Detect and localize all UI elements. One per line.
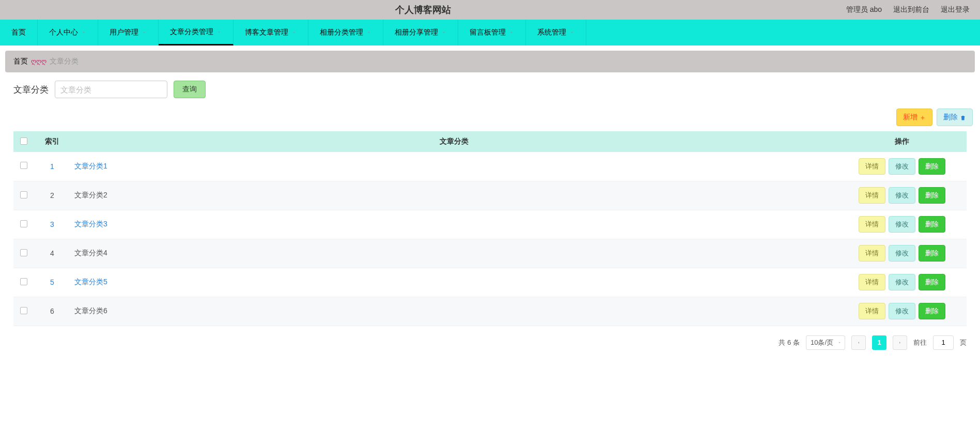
nav-item-label: 留言板管理 [470,28,506,37]
table-header-row: 索引 文章分类 操作 [13,131,967,152]
row-index[interactable]: 3 [34,210,70,239]
bulk-delete-label: 删除 [943,113,958,122]
row-index[interactable]: 5 [34,268,70,297]
logout-button[interactable]: 退出登录 [941,5,970,14]
row-checkbox-cell [13,268,34,297]
detail-button[interactable]: 详情 [859,303,885,319]
edit-button[interactable]: 修改 [889,216,915,233]
nav-item-8[interactable]: 系统管理 [526,20,586,45]
detail-button[interactable]: 详情 [859,216,885,233]
header-checkbox-cell [13,131,34,152]
delete-button[interactable]: 删除 [919,216,945,233]
delete-button[interactable]: 删除 [919,274,945,290]
edit-button[interactable]: 修改 [889,303,915,319]
nav-item-6[interactable]: 相册分享管理 [383,20,458,45]
chevron-down-icon [81,28,86,37]
row-ops: 详情修改删除 [837,268,967,297]
logout-to-front-button[interactable]: 退出到前台 [893,5,929,14]
add-button[interactable]: 新增 [896,109,932,126]
nav-item-0[interactable]: 首页 [0,20,38,45]
delete-button[interactable]: 删除 [919,245,945,262]
row-checkbox[interactable] [20,220,27,227]
action-bar: 新增 删除 [0,103,980,131]
row-checkbox[interactable] [20,278,27,285]
edit-button[interactable]: 修改 [889,245,915,262]
pagination: 共 6 条 10条/页 1 前往 页 [0,326,980,359]
row-ops: 详情修改删除 [837,181,967,210]
table-row: 6文章分类6详情修改删除 [13,297,967,326]
nav-item-label: 博客文章管理 [245,28,288,37]
filter-bar: 文章分类 查询 [0,78,980,103]
user-info[interactable]: 管理员 abo [846,5,882,14]
goto-label-post: 页 [960,338,967,347]
topbar: 个人博客网站 管理员 abo 退出到前台 退出登录 [0,0,980,20]
row-category-name: 文章分类6 [70,297,837,326]
row-checkbox[interactable] [20,307,27,314]
per-page-value: 10条/页 [811,338,833,347]
nav-item-2[interactable]: 用户管理 [98,20,159,45]
chevron-down-icon [569,28,574,37]
chevron-down-icon [837,339,842,346]
row-index: 2 [34,181,70,210]
delete-button[interactable]: 删除 [919,303,945,319]
row-checkbox-cell [13,181,34,210]
filter-label: 文章分类 [13,84,49,96]
table-row: 3文章分类3详情修改删除 [13,210,967,239]
category-filter-input[interactable] [55,81,167,98]
chevron-down-icon [366,28,371,37]
row-category-name: 文章分类4 [70,239,837,268]
nav-item-7[interactable]: 留言板管理 [458,20,526,45]
detail-button[interactable]: 详情 [859,158,885,175]
chevron-down-icon [509,28,514,37]
select-all-checkbox[interactable] [20,137,27,145]
bulk-delete-button[interactable]: 删除 [937,109,973,126]
category-table: 索引 文章分类 操作 1文章分类1详情修改删除2文章分类2详情修改删除3文章分类… [13,131,967,326]
row-category-name[interactable]: 文章分类5 [70,268,837,297]
nav-item-label: 个人中心 [49,28,78,37]
row-checkbox[interactable] [20,249,27,256]
header-category: 文章分类 [70,131,837,152]
goto-label-pre: 前往 [913,338,927,347]
row-category-name[interactable]: 文章分类1 [70,152,837,181]
table-row: 5文章分类5详情修改删除 [13,268,967,297]
per-page-select[interactable]: 10条/页 [806,335,845,350]
chevron-down-icon [291,28,297,37]
breadcrumb: 首页 ღღღ 文章分类 [5,51,975,72]
main-nav: 首页个人中心用户管理文章分类管理博客文章管理相册分类管理相册分享管理留言板管理系… [0,20,980,45]
row-checkbox-cell [13,297,34,326]
delete-button[interactable]: 删除 [919,187,945,204]
row-checkbox[interactable] [20,162,27,169]
nav-item-label: 文章分类管理 [170,27,213,37]
row-ops: 详情修改删除 [837,239,967,268]
detail-button[interactable]: 详情 [859,187,885,204]
next-page-button[interactable] [893,335,907,350]
breadcrumb-wrap: 首页 ღღღ 文章分类 [0,45,980,78]
nav-item-3[interactable]: 文章分类管理 [159,20,234,45]
goto-page-input[interactable] [933,335,954,350]
row-checkbox-cell [13,152,34,181]
row-checkbox[interactable] [20,191,27,198]
search-button[interactable]: 查询 [174,81,206,98]
table-wrap: 索引 文章分类 操作 1文章分类1详情修改删除2文章分类2详情修改删除3文章分类… [0,131,980,326]
edit-button[interactable]: 修改 [889,274,915,290]
nav-item-5[interactable]: 相册分类管理 [308,20,383,45]
prev-page-button[interactable] [851,335,866,350]
topbar-right: 管理员 abo 退出到前台 退出登录 [846,5,980,14]
row-index: 4 [34,239,70,268]
nav-item-1[interactable]: 个人中心 [38,20,98,45]
delete-button[interactable]: 删除 [919,158,945,175]
edit-button[interactable]: 修改 [889,187,915,204]
add-button-label: 新增 [903,113,917,122]
detail-button[interactable]: 详情 [859,274,885,290]
nav-item-4[interactable]: 博客文章管理 [234,20,308,45]
row-category-name[interactable]: 文章分类3 [70,210,837,239]
row-index[interactable]: 1 [34,152,70,181]
edit-button[interactable]: 修改 [889,158,915,175]
detail-button[interactable]: 详情 [859,245,885,262]
page-1-button[interactable]: 1 [872,335,886,350]
table-row: 2文章分类2详情修改删除 [13,181,967,210]
chevron-down-icon [441,28,446,37]
header-index: 索引 [34,131,70,152]
trash-icon [960,113,966,121]
breadcrumb-home[interactable]: 首页 [13,57,28,66]
